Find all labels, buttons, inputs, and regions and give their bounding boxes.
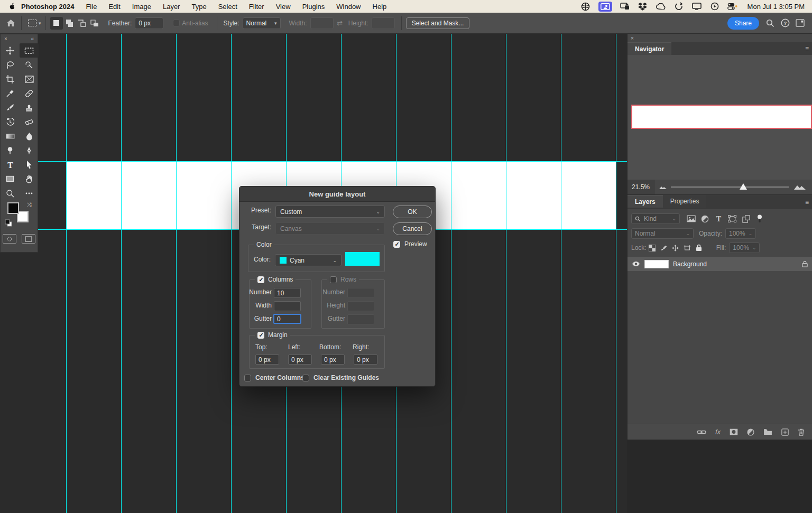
fill-select[interactable]: 100%⌄ (729, 242, 760, 253)
zoom-slider-track[interactable] (671, 186, 789, 188)
vertical-guide[interactable] (66, 34, 67, 513)
margin-right-input[interactable]: 0 px (354, 355, 377, 365)
style-select[interactable]: Normal▾ (243, 17, 281, 29)
new-layer-icon[interactable] (781, 428, 789, 436)
menu-view[interactable]: View (276, 3, 291, 11)
menu-layer[interactable]: Layer (163, 3, 180, 11)
guide-color-swatch[interactable] (345, 252, 380, 266)
navigator-zoom-slider[interactable] (655, 180, 812, 194)
zoom-slider-thumb[interactable] (740, 183, 747, 190)
lock-all-icon[interactable] (693, 244, 705, 251)
margin-left-input[interactable]: 0 px (288, 355, 312, 365)
rows-checkbox[interactable] (330, 276, 337, 283)
creative-cloud-icon[interactable] (656, 2, 666, 11)
sports-icon[interactable] (580, 2, 591, 11)
filter-shape-layers-icon[interactable] (725, 215, 739, 222)
dropbox-icon[interactable] (638, 2, 648, 11)
type-tool[interactable]: T (1, 157, 20, 172)
magic-wand-tool[interactable] (20, 58, 39, 72)
lock-pixels-icon[interactable] (658, 245, 670, 251)
select-and-mask-button[interactable]: Select and Mask... (406, 17, 470, 29)
capture-icon[interactable] (673, 2, 684, 11)
anti-alias-checkbox[interactable] (173, 20, 180, 26)
hand-tool[interactable] (20, 172, 39, 186)
eyedropper-tool[interactable] (1, 86, 20, 100)
cancel-button[interactable]: Cancel (393, 222, 432, 235)
help-icon[interactable]: ? (779, 17, 791, 29)
pen-tool[interactable] (20, 143, 39, 157)
crop-tool[interactable] (1, 72, 20, 86)
columns-gutter-input[interactable]: 0 (273, 314, 301, 324)
feather-input[interactable]: 0 px (135, 17, 163, 29)
lock-artboard-icon[interactable] (681, 245, 693, 251)
new-group-icon[interactable] (763, 428, 772, 435)
blur-tool[interactable] (20, 129, 39, 143)
menu-file[interactable]: File (86, 3, 97, 11)
move-tool[interactable] (1, 43, 20, 58)
ok-button[interactable]: OK (393, 206, 432, 218)
swap-colors-icon[interactable]: ⤨ (27, 201, 32, 208)
default-colors-icon[interactable] (5, 219, 12, 227)
menu-bar-clock[interactable]: Mon Jul 1 3:05 PM (748, 3, 805, 11)
filter-pixel-layers-icon[interactable] (684, 215, 698, 222)
vertical-guide[interactable] (561, 34, 561, 513)
margin-checkbox[interactable] (257, 332, 264, 339)
menu-select[interactable]: Select (218, 3, 237, 11)
margin-bottom-input[interactable]: 0 px (321, 355, 345, 365)
new-selection-mode-icon[interactable] (50, 17, 63, 30)
vertical-guide[interactable] (451, 34, 451, 513)
share-button[interactable]: Share (727, 17, 759, 30)
navigator-proxy-view[interactable] (631, 105, 812, 129)
foreground-color-swatch[interactable] (7, 202, 19, 214)
play-circle-icon[interactable] (709, 2, 720, 11)
brush-tool[interactable] (1, 100, 20, 115)
menu-help[interactable]: Help (373, 3, 387, 11)
navigator-zoom-value[interactable]: 21.5% (628, 180, 655, 194)
filter-kind-select[interactable]: Kind ⌄ (631, 213, 680, 224)
link-layers-icon[interactable] (697, 430, 706, 435)
chevron-down-icon[interactable]: ▾ (39, 21, 41, 26)
menu-type[interactable]: Type (191, 3, 206, 11)
clone-stamp-tool[interactable] (20, 100, 39, 115)
add-layer-mask-icon[interactable] (730, 428, 738, 435)
menu-window[interactable]: Window (336, 3, 361, 11)
tools-panel-close-icon[interactable]: × (4, 36, 7, 42)
edit-toolbar-tool[interactable] (20, 186, 39, 200)
preset-select[interactable]: Custom⌄ (275, 206, 385, 218)
preview-checkbox[interactable] (393, 241, 400, 248)
layer-row-background[interactable]: Background (628, 257, 812, 271)
vertical-guide[interactable] (506, 34, 506, 513)
eraser-tool[interactable] (20, 115, 39, 129)
center-columns-checkbox[interactable] (244, 375, 251, 381)
height-input[interactable] (372, 17, 395, 29)
width-input[interactable] (310, 17, 334, 29)
history-brush-tool[interactable] (1, 115, 20, 129)
lasso-tool[interactable] (1, 58, 20, 72)
marquee-tool[interactable] (20, 43, 39, 58)
dodge-tool[interactable] (1, 143, 20, 157)
swap-width-height-icon[interactable]: ⇄ (334, 17, 346, 30)
layer-effects-icon[interactable]: fx (715, 428, 721, 436)
healing-brush-tool[interactable] (20, 86, 39, 100)
home-icon[interactable] (4, 17, 17, 30)
menu-image[interactable]: Image (132, 3, 151, 11)
columns-width-input[interactable] (274, 301, 301, 311)
intersect-selection-mode-icon[interactable] (88, 17, 101, 30)
apple-menu-icon[interactable] (8, 2, 16, 11)
horizontal-guide[interactable] (0, 161, 627, 162)
new-adjustment-layer-icon[interactable] (747, 428, 754, 436)
vertical-guide[interactable] (231, 34, 232, 513)
tab-layers[interactable]: Layers (628, 195, 663, 208)
lock-transparency-icon[interactable] (647, 245, 658, 251)
navigator-preview[interactable] (628, 55, 812, 180)
filter-type-layers-icon[interactable]: T (712, 215, 725, 222)
tools-panel-collapse-icon[interactable]: « (31, 36, 34, 42)
layer-thumbnail[interactable] (644, 260, 669, 268)
frame-tool[interactable] (20, 72, 39, 86)
navigator-panel-menu-icon[interactable]: ≡ (805, 45, 809, 52)
tab-navigator[interactable]: Navigator (628, 42, 671, 55)
layers-panel-menu-icon[interactable]: ≡ (805, 199, 809, 206)
vertical-guide[interactable] (121, 34, 122, 513)
screen-mode-button[interactable] (22, 234, 35, 244)
gradient-tool[interactable] (1, 129, 20, 143)
